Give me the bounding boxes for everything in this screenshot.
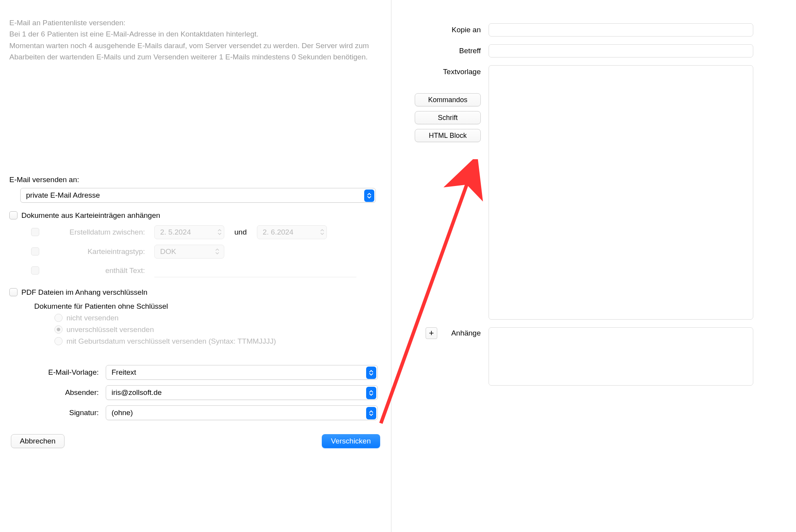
encrypt-pdf-label: PDF Dateien im Anhang verschlüsseln xyxy=(21,288,147,297)
attachments-area[interactable] xyxy=(489,327,753,386)
sender-select[interactable]: iris@zollsoft.de xyxy=(106,385,378,400)
type-filter-checkbox[interactable] xyxy=(31,247,39,256)
type-label: Karteieintragstyp: xyxy=(39,247,154,256)
add-attachment-button[interactable]: + xyxy=(426,327,437,339)
attach-docs-label: Dokumente aus Karteieinträgen anhängen xyxy=(21,211,160,220)
template-select[interactable]: Freitext xyxy=(106,365,378,380)
select-arrows-icon xyxy=(364,190,374,202)
text-filter-checkbox[interactable] xyxy=(31,266,39,275)
text-template-label: Textvorlage xyxy=(443,65,481,76)
attachments-label: Anhänge xyxy=(451,327,481,337)
radio-birthdate[interactable] xyxy=(54,337,63,345)
date-filter-checkbox[interactable] xyxy=(31,228,39,236)
send-button[interactable]: Verschicken xyxy=(322,434,380,448)
commands-button[interactable]: Kommandos xyxy=(415,93,481,106)
type-select[interactable]: DOK xyxy=(154,245,224,259)
cancel-button[interactable]: Abbrechen xyxy=(11,434,65,448)
encrypt-pdf-checkbox[interactable] xyxy=(9,288,17,296)
stepper-icon xyxy=(319,229,325,235)
plus-icon: + xyxy=(429,329,434,337)
stepper-icon xyxy=(215,248,220,255)
select-arrows-icon xyxy=(366,367,376,379)
und-label: und xyxy=(224,228,257,236)
date-from-field[interactable]: 2. 5.2024 xyxy=(154,225,224,239)
date-between-label: Erstelldatum zwischen: xyxy=(39,228,154,236)
send-to-value: private E-Mail Adresse xyxy=(26,191,370,200)
info-line2: Momentan warten noch 4 ausgehende E-Mail… xyxy=(9,40,382,63)
html-block-button[interactable]: HTML Block xyxy=(415,129,481,142)
template-label: E-Mail-Vorlage: xyxy=(9,368,106,377)
cc-input[interactable] xyxy=(489,23,753,37)
signature-value: (ohne) xyxy=(112,409,372,417)
date-from-value: 2. 5.2024 xyxy=(160,228,217,236)
date-to-value: 2. 6.2024 xyxy=(263,228,319,236)
select-arrows-icon xyxy=(366,387,376,399)
attach-docs-checkbox[interactable] xyxy=(9,211,17,219)
template-value: Freitext xyxy=(112,368,372,377)
send-to-select[interactable]: private E-Mail Adresse xyxy=(20,188,376,203)
radio-unencrypted[interactable] xyxy=(54,325,63,334)
signature-label: Signatur: xyxy=(9,409,106,417)
contains-text-input[interactable] xyxy=(154,264,356,277)
send-to-label: E-Mail versenden an: xyxy=(9,176,382,184)
sender-label: Absender: xyxy=(9,388,106,397)
signature-select[interactable]: (ohne) xyxy=(106,405,378,420)
info-title: E-Mail an Patientenliste versenden: xyxy=(9,17,382,28)
cc-label: Kopie an xyxy=(415,23,489,34)
subject-input[interactable] xyxy=(489,44,753,57)
encrypt-sub-label: Dokumente für Patienten ohne Schlüssel xyxy=(34,302,382,311)
radio-not-send-label: nicht versenden xyxy=(66,314,119,322)
radio-unencrypted-label: unverschlüsselt versenden xyxy=(66,325,154,334)
font-button[interactable]: Schrift xyxy=(415,111,481,124)
sender-value: iris@zollsoft.de xyxy=(112,388,372,397)
info-text: E-Mail an Patientenliste versenden: Bei … xyxy=(9,17,382,63)
info-line1: Bei 1 der 6 Patienten ist eine E-Mail-Ad… xyxy=(9,28,382,40)
contains-label: enthält Text: xyxy=(39,266,154,275)
text-template-textarea[interactable] xyxy=(489,65,753,320)
left-panel: E-Mail an Patientenliste versenden: Bei … xyxy=(0,0,391,532)
stepper-icon xyxy=(217,229,222,235)
date-to-field[interactable]: 2. 6.2024 xyxy=(257,225,327,239)
radio-not-send[interactable] xyxy=(54,314,63,322)
select-arrows-icon xyxy=(366,407,376,419)
right-panel: Kopie an Betreff Textvorlage Kommandos S… xyxy=(391,0,796,532)
radio-birthdate-label: mit Geburtsdatum verschlüsselt versenden… xyxy=(66,337,276,346)
type-value: DOK xyxy=(160,247,215,256)
subject-label: Betreff xyxy=(415,44,489,55)
